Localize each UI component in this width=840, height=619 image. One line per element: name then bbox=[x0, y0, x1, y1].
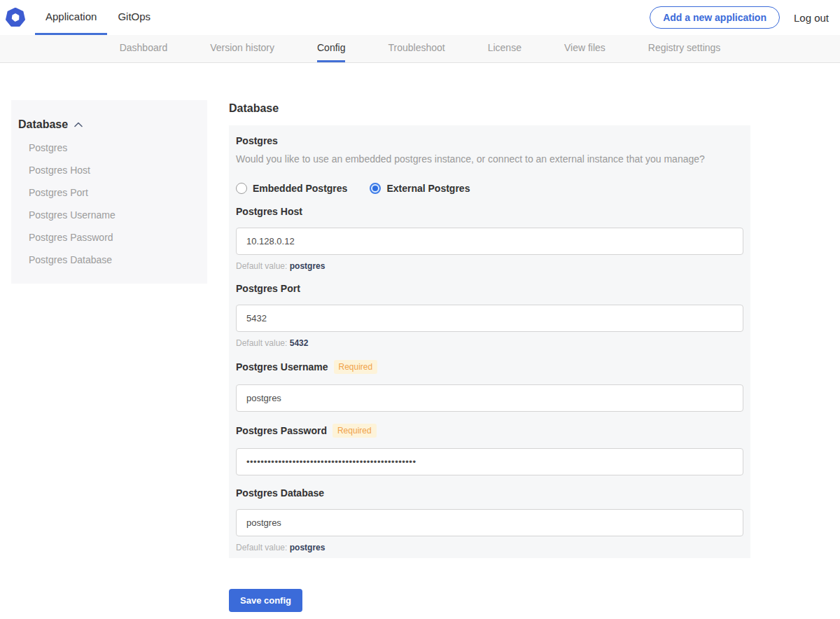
app-sub-nav: Dashboard Version history Config Trouble… bbox=[0, 35, 840, 63]
field-postgres-username-label: Postgres Username bbox=[236, 361, 328, 373]
subnav-license[interactable]: License bbox=[488, 35, 522, 62]
config-main: Database Postgres Would you like to use … bbox=[229, 100, 750, 612]
add-new-application-button[interactable]: Add a new application bbox=[650, 6, 780, 29]
tab-application-label: Application bbox=[46, 11, 97, 22]
radio-external-postgres-label: External Postgres bbox=[386, 183, 470, 194]
default-prefix: Default value: bbox=[236, 261, 287, 271]
tab-gitops[interactable]: GitOps bbox=[107, 0, 161, 35]
field-postgres-host-label: Postgres Host bbox=[236, 206, 302, 217]
save-config-button[interactable]: Save config bbox=[229, 589, 302, 612]
sidebar-group-database[interactable]: Database bbox=[18, 118, 200, 131]
default-prefix: Default value: bbox=[236, 543, 287, 552]
field-postgres-port-label: Postgres Port bbox=[236, 283, 300, 294]
field-postgres-database: Postgres Database Default value: postgre… bbox=[236, 487, 743, 552]
postgres-database-input[interactable] bbox=[236, 509, 743, 536]
sidebar-item-postgres-database[interactable]: Postgres Database bbox=[18, 254, 200, 265]
logout-button[interactable]: Log out bbox=[794, 12, 829, 24]
app-logo-icon bbox=[6, 8, 25, 27]
field-postgres-username: Postgres Username Required bbox=[236, 360, 743, 412]
subnav-config[interactable]: Config bbox=[317, 35, 345, 62]
field-postgres-port: Postgres Port Default value: 5432 bbox=[236, 283, 743, 348]
postgres-group-help: Would you like to use an embedded postgr… bbox=[236, 153, 743, 165]
config-sidebar: Database Postgres Postgres Host Postgres… bbox=[11, 100, 207, 284]
postgres-username-input[interactable] bbox=[236, 384, 743, 412]
radio-external-postgres-circle[interactable] bbox=[370, 183, 381, 194]
tab-gitops-label: GitOps bbox=[118, 11, 150, 22]
radio-embedded-postgres[interactable]: Embedded Postgres bbox=[236, 183, 347, 194]
page-title: Database bbox=[229, 102, 750, 115]
required-badge: Required bbox=[332, 424, 377, 438]
field-postgres-host: Postgres Host Default value: postgres bbox=[236, 206, 743, 271]
postgres-host-default: Default value: postgres bbox=[236, 261, 743, 271]
sidebar-group-database-label: Database bbox=[18, 118, 68, 131]
radio-external-postgres[interactable]: External Postgres bbox=[370, 183, 470, 194]
postgres-host-input[interactable] bbox=[236, 228, 743, 255]
field-postgres-password: Postgres Password Required bbox=[236, 424, 743, 475]
sidebar-item-postgres-port[interactable]: Postgres Port bbox=[18, 187, 200, 198]
radio-embedded-postgres-label: Embedded Postgres bbox=[253, 183, 347, 194]
subnav-version-history[interactable]: Version history bbox=[210, 35, 274, 62]
sidebar-item-postgres[interactable]: Postgres bbox=[18, 142, 200, 153]
postgres-password-input[interactable] bbox=[236, 448, 743, 475]
required-badge: Required bbox=[334, 360, 378, 374]
top-nav: Application GitOps Add a new application… bbox=[0, 0, 840, 35]
top-nav-right: Add a new application Log out bbox=[650, 0, 840, 35]
radio-embedded-postgres-circle[interactable] bbox=[236, 183, 247, 194]
default-value: postgres bbox=[290, 261, 326, 271]
postgres-database-default: Default value: postgres bbox=[236, 543, 743, 552]
subnav-dashboard[interactable]: Dashboard bbox=[120, 35, 168, 62]
postgres-port-default: Default value: 5432 bbox=[236, 338, 743, 348]
postgres-mode-radio-group: Embedded Postgres External Postgres bbox=[236, 183, 743, 194]
chevron-up-icon bbox=[74, 122, 83, 127]
app-logo[interactable] bbox=[0, 0, 35, 35]
subnav-view-files[interactable]: View files bbox=[564, 35, 606, 62]
subnav-troubleshoot[interactable]: Troubleshoot bbox=[388, 35, 444, 62]
default-prefix: Default value: bbox=[236, 338, 287, 348]
postgres-port-input[interactable] bbox=[236, 305, 743, 332]
default-value: 5432 bbox=[290, 338, 309, 348]
postgres-group-label: Postgres bbox=[236, 135, 743, 146]
database-config-panel: Postgres Would you like to use an embedd… bbox=[229, 125, 750, 558]
subnav-registry-settings[interactable]: Registry settings bbox=[648, 35, 720, 62]
field-postgres-password-label: Postgres Password bbox=[236, 425, 327, 436]
field-postgres-database-label: Postgres Database bbox=[236, 487, 324, 499]
content-layout: Database Postgres Postgres Host Postgres… bbox=[0, 100, 840, 612]
default-value: postgres bbox=[290, 543, 326, 552]
tab-application[interactable]: Application bbox=[35, 0, 107, 35]
sidebar-item-postgres-password[interactable]: Postgres Password bbox=[18, 232, 200, 243]
sidebar-item-postgres-host[interactable]: Postgres Host bbox=[18, 165, 200, 176]
sidebar-item-postgres-username[interactable]: Postgres Username bbox=[18, 209, 200, 221]
